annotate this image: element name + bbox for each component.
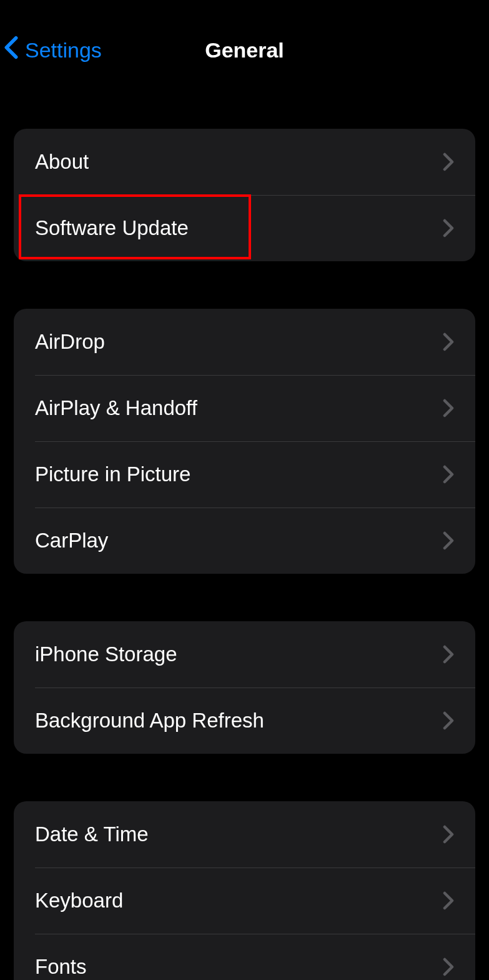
chevron-right-icon — [443, 891, 454, 910]
row-label: AirPlay & Handoff — [35, 396, 197, 420]
row-picture-in-picture[interactable]: Picture in Picture — [14, 441, 475, 508]
row-about[interactable]: About — [14, 129, 475, 195]
chevron-right-icon — [443, 531, 454, 550]
chevron-right-icon — [443, 825, 454, 844]
row-label: Date & Time — [35, 822, 149, 846]
chevron-left-icon — [4, 36, 25, 64]
row-airplay-handoff[interactable]: AirPlay & Handoff — [14, 375, 475, 441]
row-date-time[interactable]: Date & Time — [14, 801, 475, 868]
chevron-right-icon — [443, 958, 454, 976]
row-software-update[interactable]: Software Update — [14, 195, 475, 261]
content: About Software Update AirDrop AirPlay & … — [0, 75, 489, 980]
chevron-right-icon — [443, 332, 454, 351]
row-background-app-refresh[interactable]: Background App Refresh — [14, 688, 475, 754]
group-system: Date & Time Keyboard Fonts — [14, 801, 475, 980]
row-label: Picture in Picture — [35, 462, 190, 486]
row-label: AirDrop — [35, 330, 105, 354]
navigation-bar: Settings General — [0, 25, 489, 75]
row-label: CarPlay — [35, 529, 108, 552]
chevron-right-icon — [443, 711, 454, 730]
group-info: About Software Update — [14, 129, 475, 261]
row-fonts[interactable]: Fonts — [14, 934, 475, 980]
chevron-right-icon — [443, 152, 454, 171]
row-label: About — [35, 150, 89, 174]
row-iphone-storage[interactable]: iPhone Storage — [14, 621, 475, 688]
row-label: Fonts — [35, 955, 87, 979]
group-storage: iPhone Storage Background App Refresh — [14, 621, 475, 754]
chevron-right-icon — [443, 399, 454, 418]
row-label: iPhone Storage — [35, 642, 177, 666]
group-connectivity: AirDrop AirPlay & Handoff Picture in Pic… — [14, 309, 475, 574]
row-carplay[interactable]: CarPlay — [14, 508, 475, 574]
back-label: Settings — [25, 38, 102, 62]
chevron-right-icon — [443, 219, 454, 238]
row-label: Software Update — [35, 216, 189, 240]
row-airdrop[interactable]: AirDrop — [14, 309, 475, 375]
back-button[interactable]: Settings — [0, 36, 102, 64]
row-label: Keyboard — [35, 889, 123, 912]
chevron-right-icon — [443, 645, 454, 664]
chevron-right-icon — [443, 465, 454, 484]
row-keyboard[interactable]: Keyboard — [14, 868, 475, 934]
row-label: Background App Refresh — [35, 709, 264, 732]
